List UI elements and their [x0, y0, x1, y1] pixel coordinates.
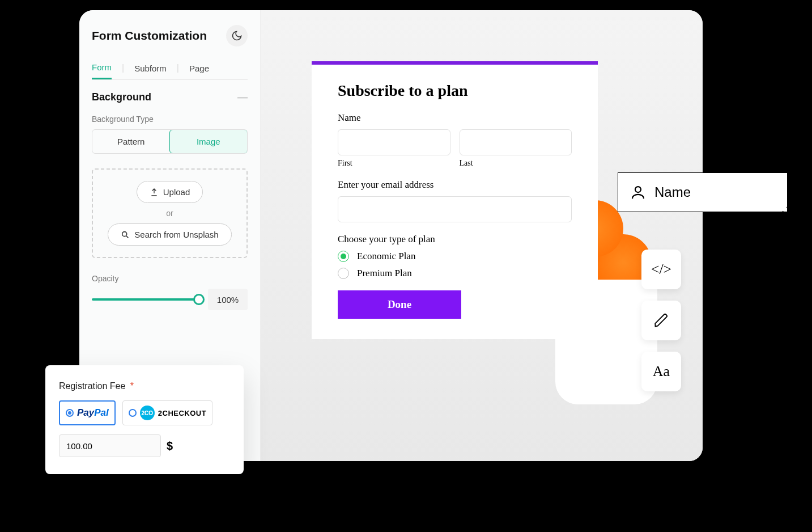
collapse-section-button[interactable]: —: [237, 91, 248, 103]
email-input[interactable]: [338, 196, 572, 222]
payment-title-row: Registration Fee *: [59, 381, 230, 391]
payment-option-paypal[interactable]: PayPal: [59, 400, 116, 425]
amount-input[interactable]: [59, 434, 161, 457]
opacity-slider[interactable]: [92, 298, 200, 301]
opacity-control: 100%: [92, 289, 248, 310]
plan-field: Choose your type of plan Economic Plan P…: [338, 234, 572, 279]
radio-unselected-icon: [129, 409, 137, 417]
required-asterisk: *: [130, 381, 134, 391]
2checkout-badge-icon: 2CO: [140, 406, 155, 420]
upload-label: Upload: [163, 187, 190, 197]
tool-column: </> Aa: [641, 250, 681, 391]
text-tool-button[interactable]: Aa: [641, 352, 681, 391]
search-icon: [121, 230, 130, 239]
moon-icon: [231, 30, 243, 41]
draggable-field-label: Name: [654, 184, 691, 200]
payment-option-2checkout[interactable]: 2CO 2CHECKOUT: [122, 400, 212, 425]
bg-type-label: Background Type: [92, 115, 248, 124]
svg-point-1: [635, 187, 641, 192]
radio-selected-icon: [338, 251, 349, 262]
currency-label: $: [167, 440, 173, 453]
upload-icon: [150, 188, 159, 197]
draggable-name-field[interactable]: Name: [618, 172, 788, 212]
svg-point-0: [122, 231, 127, 236]
amount-row: $: [59, 434, 230, 457]
tab-divider: |: [177, 63, 179, 73]
sidebar-tabs: Form | Subform | Page: [92, 57, 248, 80]
move-icon: [779, 204, 800, 224]
last-sub-label: Last: [460, 159, 572, 168]
person-icon: [630, 184, 647, 201]
code-tool-button[interactable]: </>: [641, 250, 681, 289]
email-field: Enter your email address: [338, 179, 572, 222]
section-header: Background —: [92, 91, 248, 103]
unsplash-label: Search from Unsplash: [134, 230, 218, 239]
opacity-value: 100%: [208, 289, 248, 310]
theme-toggle-button[interactable]: [226, 25, 248, 47]
payment-options: PayPal 2CO 2CHECKOUT: [59, 400, 230, 425]
code-icon: </>: [651, 261, 672, 278]
opacity-label: Opacity: [92, 274, 248, 283]
2checkout-label: 2CHECKOUT: [158, 409, 206, 417]
sidebar-header: Form Customization: [92, 25, 248, 47]
pencil-icon: [653, 313, 669, 328]
name-label: Name: [338, 112, 572, 124]
plan-option-economic[interactable]: Economic Plan: [338, 251, 572, 262]
section-title: Background: [92, 91, 151, 103]
unsplash-button[interactable]: Search from Unsplash: [108, 223, 231, 246]
tab-divider: |: [122, 63, 124, 73]
tab-page[interactable]: Page: [189, 58, 209, 79]
sidebar-title: Form Customization: [92, 29, 207, 43]
form-title: Subscribe to a plan: [338, 82, 572, 100]
plan-option-label: Premium Plan: [357, 268, 412, 279]
payment-card: Registration Fee * PayPal 2CO 2CHECKOUT …: [45, 365, 244, 474]
preview-canvas: Subscribe to a plan Name First Last Ente…: [261, 10, 703, 461]
radio-unselected-icon: [338, 268, 349, 279]
last-name-input[interactable]: [460, 129, 572, 155]
edit-tool-button[interactable]: [641, 301, 681, 340]
email-label: Enter your email address: [338, 179, 572, 191]
plan-option-premium[interactable]: Premium Plan: [338, 268, 572, 279]
paypal-logo: PayPal: [77, 407, 109, 419]
bg-type-pattern[interactable]: Pattern: [92, 130, 170, 153]
payment-title: Registration Fee: [59, 381, 125, 391]
first-sub-label: First: [338, 159, 450, 168]
plan-label: Choose your type of plan: [338, 234, 572, 245]
upload-area: Upload or Search from Unsplash: [92, 168, 248, 258]
bg-type-segmented: Pattern Image: [92, 129, 248, 154]
text-icon: Aa: [653, 363, 670, 380]
or-label: or: [104, 209, 235, 218]
tab-form[interactable]: Form: [92, 57, 112, 79]
first-name-input[interactable]: [338, 129, 450, 155]
tab-subform[interactable]: Subform: [134, 58, 167, 79]
bg-type-image[interactable]: Image: [169, 129, 248, 154]
plan-option-label: Economic Plan: [357, 251, 415, 262]
radio-selected-icon: [66, 409, 74, 417]
slider-knob[interactable]: [193, 294, 205, 305]
upload-button[interactable]: Upload: [137, 181, 203, 203]
name-field: Name First Last: [338, 112, 572, 168]
form-preview: Subscribe to a plan Name First Last Ente…: [312, 61, 598, 339]
done-button[interactable]: Done: [338, 290, 461, 319]
